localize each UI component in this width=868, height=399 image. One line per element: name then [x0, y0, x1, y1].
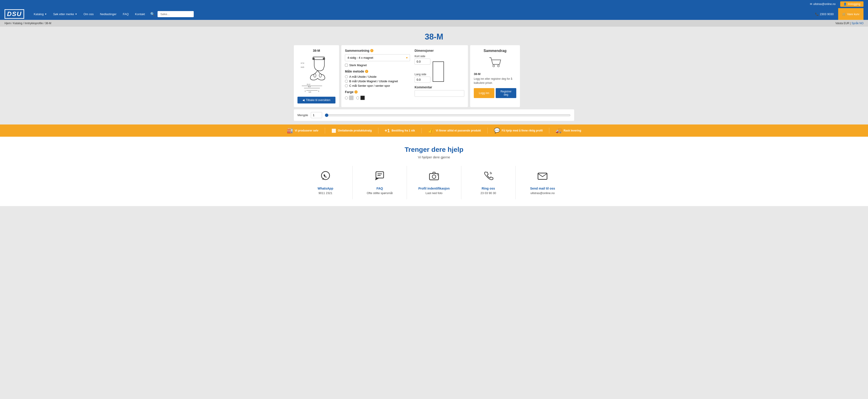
config-card: Sammensetning i 4-sidig - 4 x magnet ▼ S… [341, 45, 468, 107]
sammensetning-select-wrapper: 4-sidig - 4 x magnet ▼ [345, 54, 410, 61]
kort-side-input[interactable] [414, 59, 430, 65]
language-link[interactable]: Språk NO [851, 22, 864, 25]
camera-icon [410, 170, 457, 184]
email-help-icon [519, 170, 566, 184]
kort-side-label: Kort side [414, 55, 430, 58]
quantity-slider[interactable] [325, 113, 570, 117]
site-logo[interactable]: DSU [4, 9, 24, 19]
farge-label: Farge i [345, 90, 410, 94]
grid-icon: ▦ [331, 128, 336, 134]
cart-button[interactable]: 🛒 Vare kurv [838, 8, 864, 20]
nav-sok-etter-merke[interactable]: Søk etter merke ▼ [51, 11, 80, 18]
search-input[interactable] [158, 11, 194, 17]
back-button[interactable]: ◀ Tilbake til oversikten [298, 97, 336, 103]
summary-title: Sammendrag [474, 49, 516, 53]
email-address-help: ullstras@online.no [519, 191, 566, 195]
phone-area: 📞 2303 9030 [815, 12, 834, 16]
farge-radio-black[interactable] [356, 97, 359, 99]
phone-number-help: 23 03 90 30 [465, 191, 512, 195]
product-svg: 17,3 13,5 [300, 55, 333, 93]
nav-nedlastinger[interactable]: Nedlastinger [97, 11, 119, 18]
sammensetning-select[interactable]: 4-sidig - 4 x magnet [345, 54, 410, 61]
svg-text:21,2: 21,2 [307, 84, 310, 86]
dimension-preview [433, 62, 444, 82]
email-icon: ✉ [810, 2, 812, 6]
chevron-down-icon: ▼ [75, 13, 77, 15]
nav-kontakt[interactable]: Kontakt [132, 11, 148, 18]
breadcrumb-right: Valuta EUR | Språk NO [835, 22, 864, 25]
banner-item-produktutvalg: ▦ Omfattende produktutvalg [325, 128, 378, 134]
svg-point-23 [437, 174, 438, 175]
plus-icon: +1 [385, 128, 390, 133]
register-button[interactable]: Registrer deg [496, 88, 516, 98]
kommentar-label: Kommentar [414, 86, 464, 89]
kort-side-group: Kort side [414, 55, 430, 65]
help-card-phone[interactable]: Ring oss 23 03 90 30 [461, 166, 516, 199]
svg-rect-21 [430, 173, 438, 180]
farge-gray[interactable] [345, 96, 353, 100]
profil-title: Profil indentifikasjon [410, 187, 457, 190]
main-nav: DSU Katalog ▼ Søk etter merke ▼ Om oss N… [0, 8, 868, 20]
svg-point-5 [314, 74, 316, 77]
male-option-c[interactable]: C mål Senter spor / senter spor [345, 84, 410, 88]
svg-text:3,5: 3,5 [309, 91, 311, 93]
svg-rect-2 [313, 57, 324, 60]
product-image-card: 38-M 17,3 13,5 [294, 45, 339, 107]
search-icon[interactable]: 🔍 [149, 10, 157, 18]
farge-black[interactable] [356, 96, 365, 100]
nav-katalog[interactable]: Katalog ▼ [31, 11, 50, 18]
thumb-icon: 👍 [428, 128, 434, 134]
banner-item-levering: 🚚 Rask levering [549, 128, 587, 134]
whatsapp-icon [302, 170, 349, 184]
help-section: Trenger dere hjelp Vi hjelper dere gjern… [0, 137, 868, 206]
help-card-faq[interactable]: FAQ Ofte stillte spørsmål [352, 166, 407, 199]
lang-side-input[interactable] [414, 76, 430, 83]
svg-rect-18 [376, 172, 383, 178]
summary-buttons: Logg inn Registrer deg [474, 88, 516, 98]
dimensjoner-label: Dimensjoner [414, 49, 464, 53]
faq-icon [356, 170, 403, 184]
radio-a[interactable] [345, 75, 348, 78]
banner-item-bestilling: +1 Bestilling fra 1 stk [378, 128, 422, 133]
color-swatch-black [360, 96, 365, 100]
summary-icon-area [474, 57, 516, 69]
email-text: ullstras@online.no [813, 2, 836, 6]
info-dot-male[interactable]: i [365, 70, 368, 73]
email-link[interactable]: ✉ ullstras@online.no [810, 2, 836, 6]
help-card-profil[interactable]: Profil indentifikasjon Last ned foto [407, 166, 461, 199]
summary-card: Sammendrag 38-M Logg inn eller registrer… [470, 45, 520, 107]
phone-icon: 📞 [815, 12, 819, 16]
help-card-whatsapp[interactable]: WhatsApp 9011 2321 [298, 166, 352, 199]
page-title: 38-M [0, 27, 868, 45]
help-card-email[interactable]: Send mail til oss ullstras@online.no [516, 166, 569, 199]
left-arrow-icon: ◀ [303, 99, 305, 102]
phone-number: 2303 9030 [820, 12, 834, 16]
male-metode-label: Måle metode i [345, 70, 410, 73]
sterk-magnet-checkbox-row[interactable]: Sterk Magnet [345, 64, 410, 67]
radio-b[interactable] [345, 80, 348, 83]
male-option-b[interactable]: B mål Utside Magnet / Utside magnet [345, 79, 410, 83]
nav-om-oss[interactable]: Om oss [81, 11, 96, 18]
farge-options [345, 96, 410, 100]
radio-c[interactable] [345, 84, 348, 87]
banner-item-passende: 👍 Vi finner alltid et passende produkt [422, 128, 488, 134]
product-diagram: 17,3 13,5 [298, 55, 336, 93]
nav-links: Katalog ▼ Søk etter merke ▼ Om oss Nedla… [31, 10, 811, 18]
help-title: Trenger dere hjelp [4, 146, 864, 154]
info-dot-farge[interactable]: i [354, 90, 358, 94]
info-dot-sammensetning[interactable]: i [370, 49, 373, 52]
summary-login-text: Logg inn eller registrer deg for å kalku… [474, 77, 516, 85]
login-button[interactable]: 👤 Innlogging [840, 1, 864, 7]
svg-text:13,5: 13,5 [301, 66, 304, 68]
nav-faq[interactable]: FAQ [120, 11, 131, 18]
kommentar-input[interactable] [414, 90, 464, 97]
whatsapp-title: WhatsApp [302, 187, 349, 190]
breadcrumb-text: Hjem / Katalog / Inntrykksprofile / 38-M [4, 22, 51, 25]
farge-radio-gray[interactable] [345, 97, 348, 99]
profil-sub: Last ned foto [410, 191, 457, 195]
quantity-input[interactable] [311, 112, 322, 118]
login-button-summary[interactable]: Logg inn [474, 88, 494, 98]
sterk-magnet-checkbox[interactable] [345, 64, 348, 67]
faq-sub: Ofte stillte spørsmål [356, 191, 403, 195]
male-option-a[interactable]: A mål Utside / Utside [345, 75, 410, 78]
